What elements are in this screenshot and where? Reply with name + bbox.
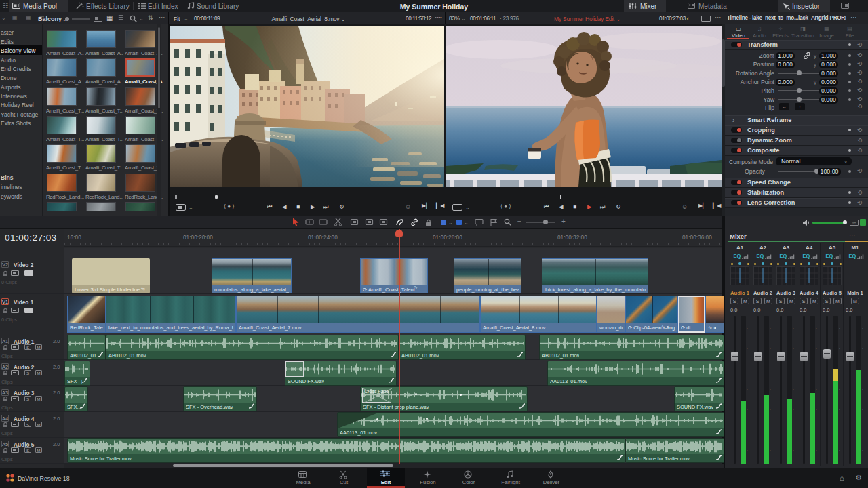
- svg-text:-: -: [770, 387, 771, 391]
- svg-text:-: -: [747, 448, 748, 452]
- svg-text:-: -: [862, 448, 863, 452]
- svg-text:-: -: [793, 387, 794, 391]
- svg-text:-: -: [770, 346, 771, 350]
- svg-text:-: -: [747, 367, 748, 371]
- svg-text:-: -: [793, 326, 794, 330]
- svg-text:-: -: [793, 346, 794, 350]
- svg-text:-: -: [747, 428, 748, 432]
- svg-text:-: -: [747, 387, 748, 391]
- svg-text:-: -: [862, 326, 863, 330]
- svg-text:-: -: [839, 387, 840, 391]
- svg-text:-: -: [862, 407, 863, 411]
- svg-text:-: -: [770, 407, 771, 411]
- svg-text:-: -: [862, 428, 863, 432]
- svg-text:-: -: [793, 428, 794, 432]
- svg-text:-: -: [793, 448, 794, 452]
- svg-text:-: -: [862, 367, 863, 371]
- svg-text:-: -: [770, 367, 771, 371]
- svg-text:-: -: [770, 326, 771, 330]
- svg-text:-: -: [793, 407, 794, 411]
- svg-text:-: -: [816, 448, 817, 452]
- svg-text:-: -: [747, 326, 748, 330]
- svg-text:-: -: [816, 407, 817, 411]
- svg-text:-: -: [816, 326, 817, 330]
- svg-text:-: -: [747, 407, 748, 411]
- svg-text:-: -: [816, 387, 817, 391]
- svg-text:-: -: [816, 428, 817, 432]
- svg-text:-: -: [816, 346, 817, 350]
- svg-text:-: -: [839, 326, 840, 330]
- svg-text:-: -: [862, 346, 863, 350]
- svg-text:-: -: [839, 367, 840, 371]
- svg-text:-: -: [793, 367, 794, 371]
- svg-text:-: -: [839, 448, 840, 452]
- svg-text:-: -: [747, 346, 748, 350]
- svg-text:-: -: [839, 428, 840, 432]
- svg-text:-: -: [862, 387, 863, 391]
- svg-text:-: -: [839, 407, 840, 411]
- svg-text:-: -: [816, 367, 817, 371]
- svg-text:-: -: [770, 448, 771, 452]
- svg-text:-: -: [770, 428, 771, 432]
- svg-text:-: -: [839, 346, 840, 350]
